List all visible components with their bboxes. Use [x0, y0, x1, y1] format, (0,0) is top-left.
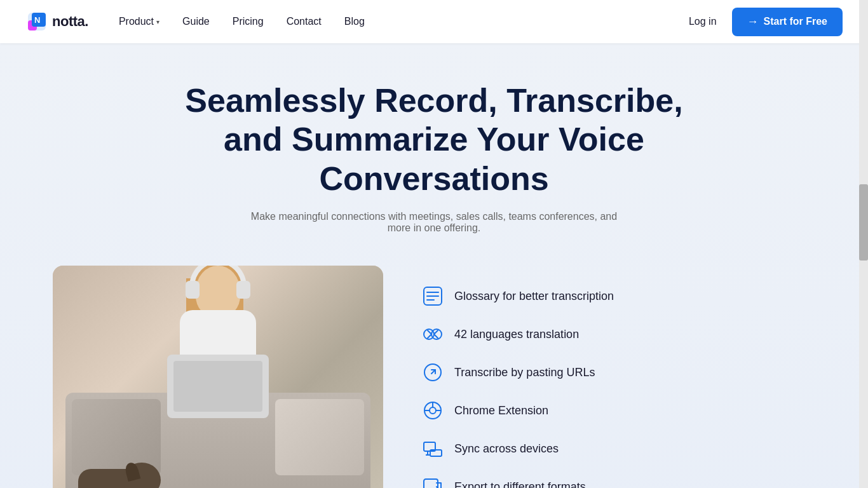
- feature-export: Export to different formats: [421, 475, 815, 488]
- dog-body: [78, 469, 154, 488]
- headphones: [189, 266, 247, 291]
- feature-glossary: Glossary for better transcription: [421, 285, 815, 308]
- glossary-icon: [421, 285, 444, 308]
- nav-contact[interactable]: Contact: [287, 16, 322, 27]
- svg-point-9: [431, 329, 442, 339]
- feature-url-text: Transcribe by pasting URLs: [454, 366, 595, 379]
- svg-point-12: [430, 407, 436, 414]
- nav-guide[interactable]: Guide: [182, 16, 210, 27]
- translation-icon: [421, 323, 444, 346]
- svg-text:N: N: [34, 15, 40, 25]
- nav-blog[interactable]: Blog: [344, 16, 365, 27]
- laptop-screen: [173, 361, 262, 412]
- feature-translation-text: 42 languages translation: [454, 328, 579, 341]
- navbar: N notta. Product ▾ Guide Pricing Contact…: [0, 0, 868, 43]
- features-list: Glossary for better transcription 42 lan…: [421, 266, 815, 488]
- arrow-icon: →: [747, 15, 759, 29]
- headphone-cup-left: [186, 281, 200, 299]
- dog-head: [123, 463, 161, 488]
- feature-sync-text: Sync across devices: [454, 442, 559, 456]
- export-icon: [421, 475, 444, 488]
- start-for-free-button[interactable]: → Start for Free: [732, 8, 843, 36]
- feature-export-text: Export to different formats: [454, 480, 586, 488]
- nav-product[interactable]: Product ▾: [119, 16, 159, 27]
- nav-links: Product ▾ Guide Pricing Contact Blog: [119, 16, 365, 27]
- hero-subtitle: Make meaningful connections with meeting…: [243, 211, 625, 234]
- url-icon: [421, 361, 444, 384]
- login-button[interactable]: Log in: [689, 16, 717, 27]
- headphone-cup-right: [236, 281, 250, 299]
- feature-url: Transcribe by pasting URLs: [421, 361, 815, 384]
- feature-chrome: Chrome Extension: [421, 399, 815, 422]
- nav-right: Log in → Start for Free: [689, 8, 843, 36]
- hero-content: Glossary for better transcription 42 lan…: [53, 266, 815, 488]
- logo[interactable]: N notta.: [25, 10, 88, 33]
- hero-image: [53, 266, 383, 488]
- scrollbar-thumb[interactable]: [859, 184, 868, 261]
- feature-translation: 42 languages translation: [421, 323, 815, 346]
- logo-text: notta.: [52, 13, 88, 30]
- hero-title: Seamlessly Record, Transcribe, and Summa…: [173, 81, 695, 198]
- feature-sync: Sync across devices: [421, 437, 815, 460]
- chrome-icon: [421, 399, 444, 422]
- scrollbar[interactable]: [859, 0, 868, 488]
- logo-icon: N: [25, 10, 48, 33]
- person-head: [196, 266, 240, 316]
- hero-image-bg: [53, 266, 383, 488]
- dog: [78, 444, 161, 488]
- dog-ear: [124, 461, 141, 482]
- nav-pricing[interactable]: Pricing: [233, 16, 264, 27]
- feature-glossary-text: Glossary for better transcription: [454, 290, 614, 303]
- svg-rect-20: [424, 479, 438, 488]
- chevron-down-icon: ▾: [156, 18, 159, 25]
- hero-section: Seamlessly Record, Transcribe, and Summa…: [0, 43, 868, 488]
- laptop: [167, 355, 269, 418]
- sync-icon: [421, 437, 444, 460]
- feature-chrome-text: Chrome Extension: [454, 404, 548, 417]
